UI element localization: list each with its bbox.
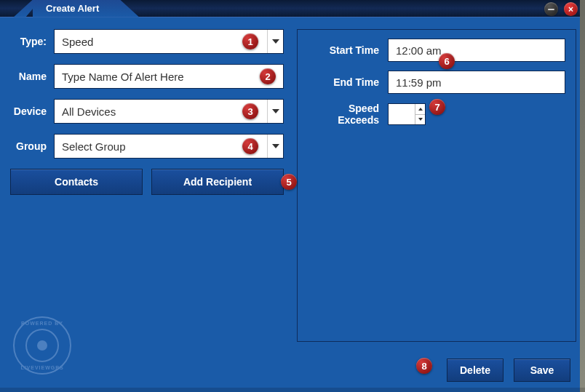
type-value: Speed — [55, 36, 267, 48]
speed-exceeds-value — [389, 104, 415, 124]
close-icon[interactable]: × — [564, 2, 578, 16]
annotation-4: 4 — [242, 138, 258, 154]
logo-bottom-text: LIVEVIEWGPS — [20, 365, 63, 370]
left-column: Type: Speed 1 Name Type Name Of Alert He… — [9, 29, 284, 341]
chevron-down-icon — [267, 100, 283, 123]
name-input[interactable]: Type Name Of Alert Here 2 — [54, 64, 284, 89]
window-title-text: Create Alert — [46, 3, 99, 14]
name-placeholder: Type Name Of Alert Here — [55, 71, 283, 83]
speed-exceeds-input[interactable] — [388, 103, 426, 125]
annotation-3: 3 — [242, 103, 258, 119]
speed-exceeds-label: Speed Exceeds — [308, 103, 388, 126]
minimize-icon[interactable] — [544, 2, 558, 16]
bottom-edge-decor — [0, 388, 585, 392]
contacts-button-label: Contacts — [55, 176, 98, 188]
name-label: Name — [9, 71, 54, 82]
device-label: Device — [9, 105, 54, 117]
annotation-1: 1 — [242, 33, 258, 49]
window-title: Create Alert — [33, 0, 139, 17]
annotation-6: 6 — [439, 53, 455, 69]
annotation-7: 7 — [429, 99, 445, 115]
delete-button-label: Delete — [460, 364, 490, 376]
start-time-value: 12:00 am — [396, 44, 442, 57]
end-time-value: 11:59 pm — [396, 76, 442, 89]
save-button[interactable]: Save — [514, 359, 570, 382]
add-recipient-button-label: Add Recipient — [183, 176, 252, 188]
group-value: Select Group — [55, 140, 267, 153]
start-time-label: Start Time — [308, 44, 388, 56]
spinner-down-icon[interactable] — [415, 115, 425, 125]
type-label: Type: — [9, 36, 54, 47]
device-select[interactable]: All Devices 3 — [54, 99, 284, 124]
end-time-input[interactable]: 11:59 pm — [388, 71, 565, 94]
spinner-up-icon[interactable] — [415, 104, 425, 115]
delete-button[interactable]: Delete — [447, 359, 504, 382]
annotation-5: 5 — [281, 174, 297, 190]
right-edge-decor — [580, 0, 585, 392]
group-select[interactable]: Select Group 4 — [54, 134, 284, 159]
add-recipient-button[interactable]: Add Recipient — [151, 169, 284, 195]
right-pane: Start Time 12:00 am End Time 11:59 pm Sp… — [297, 29, 576, 342]
type-select[interactable]: Speed 1 — [54, 29, 284, 54]
title-bar: Create Alert × — [0, 0, 585, 17]
chevron-down-icon — [267, 30, 283, 53]
end-time-label: End Time — [308, 76, 388, 88]
contacts-button[interactable]: Contacts — [10, 169, 143, 195]
powered-by-logo: POWERED BY LIVEVIEWGPS — [13, 316, 71, 375]
annotation-2: 2 — [260, 68, 276, 84]
annotation-8: 8 — [416, 358, 432, 374]
logo-top-text: POWERED BY — [21, 321, 63, 326]
group-label: Group — [9, 140, 54, 152]
device-value: All Devices — [55, 105, 267, 118]
chevron-down-icon — [267, 135, 283, 158]
save-button-label: Save — [530, 364, 554, 376]
start-time-input[interactable]: 12:00 am — [388, 39, 565, 62]
